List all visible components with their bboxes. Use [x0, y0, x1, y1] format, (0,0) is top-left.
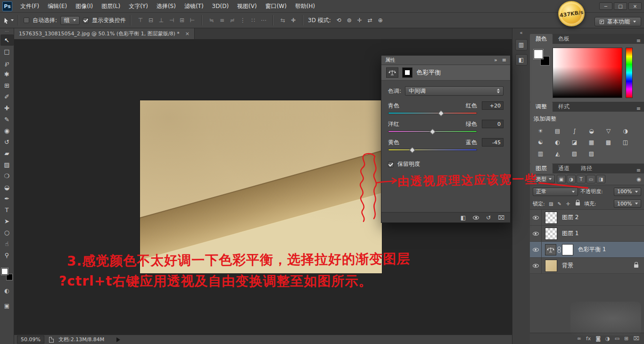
tab-close-button[interactable]: × [185, 31, 190, 37]
tool-lasso[interactable]: ℘ [0, 57, 14, 68]
slider-track-area[interactable] [388, 110, 477, 117]
slider-value-field[interactable]: +20 [482, 101, 504, 110]
distribute-top-edges[interactable]: ≒ [207, 16, 216, 25]
properties-title-bar[interactable]: 属性 » ≡ [381, 56, 510, 65]
tool-crop[interactable]: ⊞ [0, 80, 14, 91]
menu-item[interactable]: 滤镜(T) [180, 0, 208, 12]
panel-info-icon[interactable]: ◧ [515, 54, 528, 66]
screen-mode-button[interactable]: ▣ [4, 301, 9, 311]
distribute-left-edges[interactable]: ⋮ [238, 16, 248, 25]
color-panel-swatches[interactable] [534, 49, 550, 66]
zoom-level-field[interactable]: 50.09% [17, 336, 44, 344]
layer-mask-thumbnail[interactable] [562, 244, 573, 255]
menu-item[interactable]: 编辑(E) [43, 0, 71, 12]
menu-item[interactable]: 文件(F) [16, 0, 43, 12]
menu-item[interactable]: 3D(D) [208, 0, 233, 12]
tool-marquee[interactable]: □ [0, 46, 14, 57]
new-group-icon[interactable]: ▭ [615, 336, 619, 342]
adj-color-lookup[interactable]: ▩ [603, 138, 614, 147]
tool-brush[interactable]: ✎ [0, 114, 14, 125]
slider-track-area[interactable] [388, 147, 477, 154]
layer-row-background[interactable]: 背景 [530, 258, 644, 274]
document-tab[interactable]: 1576353_130815054_2.jpg @ 50.1% (色彩平衡 1,… [14, 28, 195, 39]
toggle-visibility-eye-icon[interactable] [473, 216, 479, 220]
filter-smart-objects[interactable]: ◨ [596, 175, 605, 183]
tone-dropdown[interactable]: 中间调 [405, 86, 504, 96]
layer-row-layer-1[interactable]: 图层 1 [530, 226, 644, 242]
workspace-switcher-button[interactable]: 基本功能 [594, 17, 641, 26]
document-image[interactable] [140, 100, 382, 273]
slider-value-field[interactable]: 0 [482, 120, 504, 128]
tool-healing-brush[interactable]: ✚ [0, 102, 14, 114]
adj-brightness-contrast[interactable]: ☀ [535, 126, 546, 135]
menu-item[interactable]: 帮助(H) [291, 0, 319, 12]
delete-layer-icon[interactable]: ⌧ [633, 336, 639, 342]
toolbar-grip[interactable]: ⋯ [5, 28, 9, 34]
3d-drag[interactable]: ✛ [355, 16, 364, 25]
reset-icon[interactable]: ↺ [486, 214, 491, 221]
distribute-right-edges[interactable]: ⋯ [259, 16, 268, 25]
slider-track[interactable] [388, 149, 477, 151]
panel-menu-icon[interactable]: ≡ [502, 57, 506, 63]
auto-blend[interactable]: ✚ [289, 16, 298, 25]
layer-thumbnail[interactable] [545, 212, 557, 224]
align-right-edges[interactable]: ⊢ [188, 16, 197, 25]
adj-channel-mixer[interactable]: ▦ [586, 138, 597, 147]
menu-item[interactable]: 图层(L) [97, 0, 124, 12]
tool-quick-select[interactable]: ✱ [0, 68, 14, 80]
menu-item[interactable]: 窗口(W) [261, 0, 291, 12]
slider-value-field[interactable]: -45 [482, 138, 504, 147]
foreground-color-swatch[interactable] [1, 268, 8, 275]
tool-zoom[interactable]: ⚲ [0, 249, 14, 261]
lock-position[interactable]: ✛ [564, 200, 572, 207]
tab-swatches[interactable]: 色板 [553, 34, 575, 44]
visibility-toggle[interactable] [530, 210, 542, 225]
tab-color[interactable]: 颜色 [530, 34, 553, 44]
panel-menu-icon[interactable]: ≡ [636, 106, 641, 112]
menu-item[interactable]: 视图(V) [233, 0, 261, 12]
adj-hue-saturation[interactable]: ◑ [619, 126, 631, 135]
delete-adjustment-icon[interactable]: ⌧ [498, 214, 504, 221]
close-button[interactable]: × [628, 2, 642, 10]
filter-toggle-switch[interactable]: ◉ [636, 176, 641, 182]
filter-adjustment-layers[interactable]: ◑ [567, 175, 576, 183]
layer-style-icon[interactable]: fx [586, 336, 591, 342]
auto-select-target-dropdown[interactable]: 组 [60, 16, 80, 25]
3d-rotate[interactable]: ⟲ [334, 16, 344, 25]
tab-adjustments[interactable]: 调整 [530, 102, 553, 112]
adj-threshold[interactable]: ◭ [552, 149, 563, 158]
slider-thumb[interactable] [438, 110, 445, 116]
lock-all[interactable] [574, 200, 582, 207]
auto-align-layers[interactable]: ⇆ [278, 16, 288, 25]
slider-track[interactable] [388, 112, 477, 114]
clip-to-layer-icon[interactable]: ◧ [461, 214, 466, 221]
tab-layers[interactable]: 图层 [530, 164, 553, 173]
filter-pixel-layers[interactable]: ▣ [557, 175, 566, 183]
tool-gradient[interactable]: ▨ [0, 159, 14, 170]
adj-levels[interactable]: ▤ [552, 126, 563, 135]
layer-filter-type-dropdown[interactable]: 类型 [533, 175, 555, 183]
panel-histogram-icon[interactable]: ▥ [515, 39, 528, 50]
align-left-edges[interactable]: ⊣ [167, 16, 176, 25]
align-horizontal-centers[interactable]: ⊞ [177, 16, 187, 25]
adj-posterize[interactable]: ▥ [535, 149, 546, 158]
new-layer-icon[interactable]: ⊞ [624, 336, 628, 342]
lock-transparent-pixels[interactable]: ▨ [547, 200, 555, 207]
preserve-luminosity-checkbox[interactable] [388, 162, 394, 167]
link-layers-icon[interactable]: ∞ [577, 336, 581, 342]
background-color-swatch[interactable] [6, 274, 13, 280]
auto-select-checkbox[interactable] [24, 17, 29, 23]
new-adjustment-icon[interactable]: ◑ [605, 336, 610, 342]
saturation-brightness-field[interactable] [553, 48, 622, 98]
fill-dropdown[interactable]: 100% [614, 199, 641, 208]
mask-properties-icon[interactable] [402, 67, 413, 78]
filter-shape-layers[interactable]: ▭ [586, 175, 595, 183]
tab-styles[interactable]: 样式 [553, 102, 575, 112]
align-bottom-edges[interactable]: ⊥ [157, 16, 166, 25]
opacity-dropdown[interactable]: 100% [614, 188, 641, 196]
layer-thumbnail[interactable] [545, 228, 557, 240]
distribute-horizontal-centers[interactable]: ∷ [248, 16, 258, 25]
menu-item[interactable]: 文字(Y) [124, 0, 152, 12]
adjustment-layer-icon[interactable] [545, 244, 556, 255]
tool-history-brush[interactable]: ↺ [0, 136, 14, 147]
